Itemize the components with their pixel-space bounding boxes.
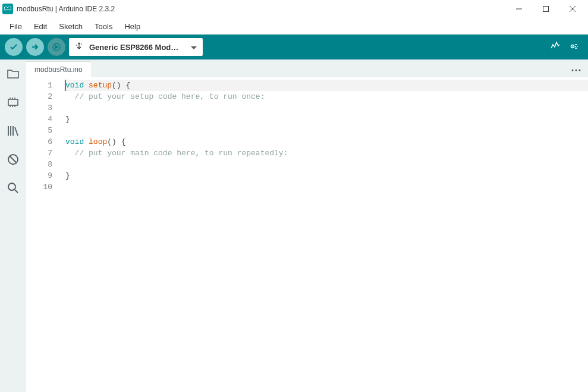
menu-sketch[interactable]: Sketch <box>54 20 87 33</box>
usb-icon <box>75 42 83 52</box>
toolbar: Generic ESP8266 Mod… <box>0 35 588 59</box>
close-button[interactable] <box>559 0 586 18</box>
code-content[interactable]: void setup() { // put your setup code he… <box>64 77 588 392</box>
main-area: modbusRtu.ino 12345678910 void setup() {… <box>0 59 588 392</box>
tab-active[interactable]: modbusRtu.ino <box>26 61 91 77</box>
svg-rect-4 <box>8 99 18 105</box>
app-icon <box>2 4 13 14</box>
window-controls <box>505 0 586 18</box>
menubar: File Edit Sketch Tools Help <box>0 18 588 35</box>
boards-manager-icon[interactable] <box>6 95 20 109</box>
board-name: Generic ESP8266 Mod… <box>89 43 185 52</box>
serial-plotter-icon[interactable] <box>550 41 561 54</box>
svg-point-8 <box>576 69 577 71</box>
debug-button[interactable] <box>48 38 65 56</box>
board-selector[interactable]: Generic ESP8266 Mod… <box>69 38 203 56</box>
upload-button[interactable] <box>26 38 44 56</box>
code-editor[interactable]: 12345678910 void setup() { // put your s… <box>26 77 588 392</box>
svg-point-7 <box>572 69 574 71</box>
svg-point-9 <box>579 69 581 71</box>
text-cursor <box>65 80 66 91</box>
svg-rect-0 <box>543 7 548 12</box>
window-title: modbusRtu | Arduino IDE 2.3.2 <box>17 5 505 13</box>
menu-tools[interactable]: Tools <box>90 20 117 33</box>
minimize-button[interactable] <box>505 0 532 18</box>
titlebar: modbusRtu | Arduino IDE 2.3.2 <box>0 0 588 18</box>
sidebar <box>0 59 26 392</box>
library-manager-icon[interactable] <box>6 124 20 138</box>
line-gutter: 12345678910 <box>26 77 64 392</box>
verify-button[interactable] <box>5 38 23 56</box>
menu-help[interactable]: Help <box>120 20 145 33</box>
menu-edit[interactable]: Edit <box>29 20 52 33</box>
search-icon[interactable] <box>6 181 20 195</box>
menu-file[interactable]: File <box>5 20 27 33</box>
editor-area: modbusRtu.ino 12345678910 void setup() {… <box>26 59 588 392</box>
maximize-button[interactable] <box>532 0 559 18</box>
sketchbook-icon[interactable] <box>6 67 20 81</box>
tab-bar: modbusRtu.ino <box>26 59 588 77</box>
chevron-down-icon <box>191 43 197 52</box>
tab-overflow-button[interactable] <box>564 64 588 73</box>
serial-monitor-icon[interactable] <box>569 41 580 54</box>
svg-point-3 <box>572 46 573 47</box>
svg-point-6 <box>8 183 15 190</box>
debug-icon[interactable] <box>6 152 20 167</box>
